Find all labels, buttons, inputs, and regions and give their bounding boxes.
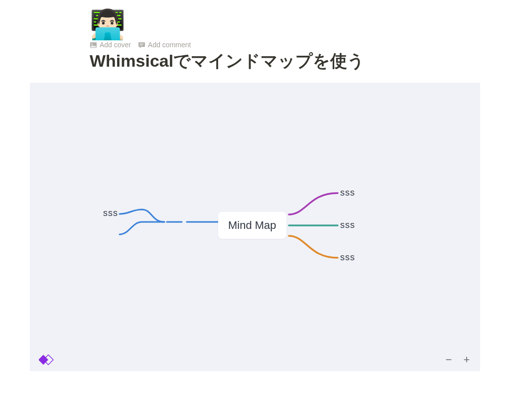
page-title[interactable]: Whimsicalでマインドマップを使う [90, 50, 480, 73]
comment-icon [138, 41, 145, 49]
zoom-controls: − + [444, 354, 471, 365]
page-actions-row: Add cover Add comment [90, 41, 480, 49]
add-cover-label: Add cover [100, 41, 131, 49]
add-comment-label: Add comment [148, 41, 191, 49]
mindmap-connector [120, 222, 164, 234]
mindmap-connector [120, 210, 142, 214]
embed-footer: − + [39, 354, 471, 365]
page-icon[interactable]: 👨🏻‍💻 [90, 10, 480, 39]
mindmap-node-left[interactable]: sss [103, 208, 118, 218]
page-header: 👨🏻‍💻 Add cover Add comment Whimsicalでマイン… [0, 10, 510, 73]
svg-rect-2 [140, 43, 144, 44]
zoom-in-button[interactable]: + [462, 354, 471, 365]
mindmap-node-right-2[interactable]: sss [340, 220, 355, 230]
mindmap-node-right-1[interactable]: sss [340, 188, 355, 198]
whimsical-logo-icon[interactable] [39, 354, 52, 365]
whimsical-embed[interactable]: sss Mind Map sss sss sss − + [30, 83, 480, 371]
svg-point-1 [91, 43, 92, 44]
mindmap-connector [289, 236, 338, 258]
mindmap-node-right-3[interactable]: sss [340, 252, 355, 263]
svg-rect-3 [140, 45, 143, 45]
mindmap-node-center[interactable]: Mind Map [218, 212, 286, 239]
zoom-out-button[interactable]: − [444, 354, 453, 365]
page-container: 👨🏻‍💻 Add cover Add comment Whimsicalでマイン… [0, 0, 510, 371]
mindmap-connector [289, 193, 338, 214]
image-icon [90, 41, 97, 49]
add-cover-button[interactable]: Add cover [90, 41, 131, 49]
add-comment-button[interactable]: Add comment [138, 41, 191, 49]
mindmap-connector [142, 210, 164, 222]
